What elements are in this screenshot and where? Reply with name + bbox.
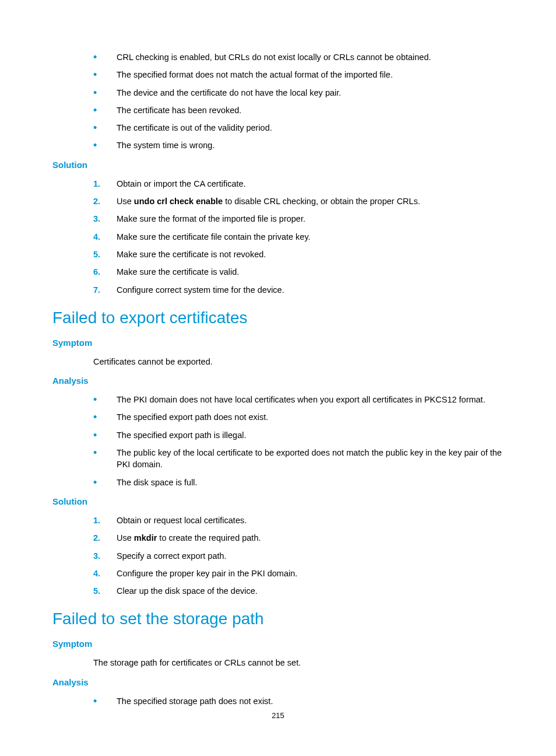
bullet-icon: • <box>93 69 117 79</box>
bullet-icon: • <box>93 429 117 439</box>
bullet-icon: • <box>93 447 117 457</box>
list-text: Specify a correct export path. <box>117 550 504 562</box>
list-item: •The public key of the local certificate… <box>93 447 504 471</box>
bullet-icon: • <box>93 477 117 487</box>
bullet-text: The disk space is full. <box>117 477 504 488</box>
symptom-heading: Symptom <box>52 639 504 649</box>
section-heading-export: Failed to export certificates <box>52 309 504 327</box>
bullet-icon: • <box>93 51 117 61</box>
list-text: Configure the proper key pair in the PKI… <box>117 568 504 579</box>
bullet-icon: • <box>93 411 117 421</box>
list-number: 3. <box>93 213 117 225</box>
list-item: 2.Use undo crl check enable to disable C… <box>93 195 504 207</box>
list-item: 6.Make sure the certificate is valid. <box>93 266 504 278</box>
list-item: •The disk space is full. <box>93 477 504 488</box>
list-text: Use undo crl check enable to disable CRL… <box>117 195 504 207</box>
list-item: 3.Make sure the format of the imported f… <box>93 213 504 225</box>
solution-heading: Solution <box>52 160 504 170</box>
analysis-heading: Analysis <box>52 677 504 687</box>
list-text: Make sure the certificate is not revoked… <box>117 249 504 260</box>
bullet-text: The public key of the local certificate … <box>117 447 504 471</box>
list-text: Make sure the certificate is valid. <box>117 266 504 278</box>
bullet-text: The system time is wrong. <box>117 139 504 151</box>
list-item: •The specified format does not match the… <box>93 69 504 80</box>
section-heading-storage: Failed to set the storage path <box>52 610 504 628</box>
list-number: 6. <box>93 266 117 278</box>
list-number: 2. <box>93 195 117 207</box>
document-page: •CRL checking is enabled, but CRLs do no… <box>0 0 556 707</box>
page-number: 215 <box>0 711 556 720</box>
list-number: 1. <box>93 178 117 190</box>
list-item: 5.Make sure the certificate is not revok… <box>93 249 504 260</box>
solution-heading: Solution <box>52 496 504 506</box>
list-item: 1.Obtain or import the CA certificate. <box>93 178 504 190</box>
list-item: •The certificate is out of the validity … <box>93 122 504 134</box>
bullet-icon: • <box>93 695 117 705</box>
command-text: mkdir <box>134 533 157 542</box>
list-text: Use mkdir to create the required path. <box>117 532 504 544</box>
bullet-text: The specified export path does not exist… <box>117 411 504 423</box>
list-number: 4. <box>93 568 117 579</box>
bullet-text: The certificate is out of the validity p… <box>117 122 504 134</box>
list-item: 5.Clear up the disk space of the device. <box>93 585 504 597</box>
bullet-text: The specified export path is illegal. <box>117 429 504 441</box>
top-bullet-list: •CRL checking is enabled, but CRLs do no… <box>93 51 504 152</box>
bullet-text: The device and the certificate do not ha… <box>117 87 504 99</box>
list-item: 4.Make sure the certificate file contain… <box>93 231 504 243</box>
bullet-text: The certificate has been revoked. <box>117 104 504 116</box>
list-item: 1.Obtain or request local certificates. <box>93 514 504 526</box>
bullet-text: The specified format does not match the … <box>117 69 504 80</box>
list-item: 4.Configure the proper key pair in the P… <box>93 568 504 579</box>
list-item: •The specified storage path does not exi… <box>93 695 504 707</box>
list-text: Obtain or import the CA certificate. <box>117 178 504 190</box>
list-number: 3. <box>93 550 117 562</box>
list-item: 3.Specify a correct export path. <box>93 550 504 562</box>
bullet-text: The specified storage path does not exis… <box>117 695 504 707</box>
list-item: •The specified export path is illegal. <box>93 429 504 441</box>
solution-list-2: 1.Obtain or request local certificates. … <box>93 514 504 597</box>
list-number: 4. <box>93 231 117 243</box>
list-number: 5. <box>93 585 117 597</box>
bullet-icon: • <box>93 122 117 132</box>
list-item: 7.Configure correct system time for the … <box>93 284 504 296</box>
list-text: Clear up the disk space of the device. <box>117 585 504 597</box>
list-item: •CRL checking is enabled, but CRLs do no… <box>93 51 504 63</box>
bullet-icon: • <box>93 394 117 404</box>
bullet-text: CRL checking is enabled, but CRLs do not… <box>117 51 504 63</box>
list-number: 7. <box>93 284 117 296</box>
symptom-text: Certificates cannot be exported. <box>93 356 504 368</box>
analysis-heading: Analysis <box>52 376 504 386</box>
list-item: 2.Use mkdir to create the required path. <box>93 532 504 544</box>
list-number: 5. <box>93 249 117 260</box>
list-item: •The certificate has been revoked. <box>93 104 504 116</box>
list-item: •The PKI domain does not have local cert… <box>93 394 504 405</box>
list-item: •The device and the certificate do not h… <box>93 87 504 99</box>
bullet-text: The PKI domain does not have local certi… <box>117 394 504 405</box>
analysis-list-1: •The PKI domain does not have local cert… <box>93 394 504 488</box>
list-item: •The specified export path does not exis… <box>93 411 504 423</box>
solution-list-1: 1.Obtain or import the CA certificate. 2… <box>93 178 504 296</box>
list-text: Make sure the certificate file contain t… <box>117 231 504 243</box>
list-text: Configure correct system time for the de… <box>117 284 504 296</box>
list-number: 2. <box>93 532 117 544</box>
symptom-text: The storage path for certificates or CRL… <box>93 657 504 668</box>
symptom-heading: Symptom <box>52 338 504 348</box>
bullet-icon: • <box>93 104 117 114</box>
analysis-list-2: •The specified storage path does not exi… <box>93 695 504 707</box>
list-text: Make sure the format of the imported fil… <box>117 213 504 225</box>
bullet-icon: • <box>93 139 117 149</box>
list-item: •The system time is wrong. <box>93 139 504 151</box>
list-number: 1. <box>93 514 117 526</box>
command-text: undo crl check enable <box>134 197 223 206</box>
list-text: Obtain or request local certificates. <box>117 514 504 526</box>
bullet-icon: • <box>93 87 117 97</box>
